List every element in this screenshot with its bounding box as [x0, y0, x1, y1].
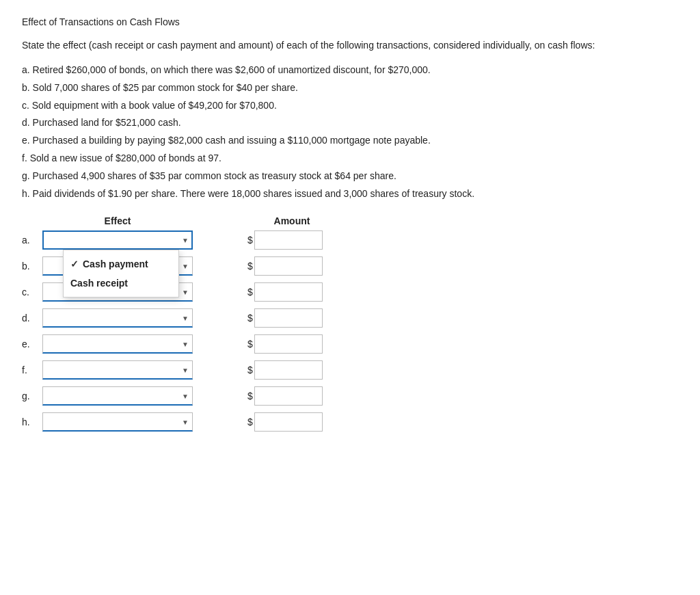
dropdown-option-cash-payment[interactable]: ✓Cash payment — [70, 256, 172, 272]
table-row-a: a. Cash payment Cash receipt ▼ ✓Cash pay… — [22, 230, 678, 250]
amount-wrapper-h: $ — [247, 412, 323, 432]
intro-text: State the effect (cash receipt or cash p… — [22, 38, 678, 53]
effect-select-wrapper-g: Cash payment Cash receipt ▼ — [42, 386, 193, 406]
table-row-e: e. Cash payment Cash receipt ▼ $ — [22, 334, 678, 354]
amount-input-h[interactable] — [254, 412, 323, 432]
effect-select-wrapper-f: Cash payment Cash receipt ▼ — [42, 360, 193, 380]
amount-input-b[interactable] — [254, 256, 323, 276]
amount-input-e[interactable] — [254, 334, 323, 354]
amount-wrapper-e: $ — [247, 334, 323, 354]
amount-wrapper-b: $ — [247, 256, 323, 276]
dollar-sign-b: $ — [247, 261, 253, 272]
effect-select-wrapper-a: Cash payment Cash receipt ▼ ✓Cash paymen… — [42, 230, 193, 250]
page-title: Effect of Transactions on Cash Flows — [22, 16, 678, 27]
dropdown-popup-a: ✓Cash payment Cash receipt — [63, 250, 179, 298]
effect-select-g[interactable]: Cash payment Cash receipt — [42, 386, 193, 406]
transaction-g: g. Purchased 4,900 shares of $35 par com… — [22, 168, 678, 185]
transaction-e: e. Purchased a building by paying $82,00… — [22, 133, 678, 149]
transaction-h: h. Paid dividends of $1.90 per share. Th… — [22, 186, 678, 202]
effect-select-wrapper-d: Cash payment Cash receipt ▼ — [42, 308, 193, 328]
table-row-h: h. Cash payment Cash receipt ▼ $ — [22, 412, 678, 432]
row-label-b: b. — [22, 261, 42, 272]
effect-select-wrapper-e: Cash payment Cash receipt ▼ — [42, 334, 193, 354]
transaction-c: c. Sold equipment with a book value of $… — [22, 98, 678, 114]
row-label-c: c. — [22, 287, 42, 298]
amount-input-f[interactable] — [254, 360, 323, 380]
amount-input-d[interactable] — [254, 308, 323, 328]
effect-select-a[interactable]: Cash payment Cash receipt — [42, 230, 193, 250]
table-row-f: f. Cash payment Cash receipt ▼ $ — [22, 360, 678, 380]
effect-select-d[interactable]: Cash payment Cash receipt — [42, 308, 193, 328]
header-effect: Effect — [42, 215, 193, 226]
row-label-h: h. — [22, 416, 42, 427]
effect-select-e[interactable]: Cash payment Cash receipt — [42, 334, 193, 354]
table-row-g: g. Cash payment Cash receipt ▼ $ — [22, 386, 678, 406]
transactions-list: a. Retired $260,000 of bonds, on which t… — [22, 62, 678, 202]
row-label-a: a. — [22, 235, 42, 246]
transaction-d: d. Purchased land for $521,000 cash. — [22, 115, 678, 131]
effect-select-h[interactable]: Cash payment Cash receipt — [42, 412, 193, 432]
amount-wrapper-a: $ — [247, 230, 323, 250]
effect-select-wrapper-h: Cash payment Cash receipt ▼ — [42, 412, 193, 432]
amount-wrapper-g: $ — [247, 386, 323, 406]
transaction-a: a. Retired $260,000 of bonds, on which t… — [22, 62, 678, 79]
amount-wrapper-c: $ — [247, 282, 323, 302]
dollar-sign-h: $ — [247, 416, 253, 427]
table-headers: Effect Amount — [22, 215, 678, 226]
dropdown-option-cash-receipt[interactable]: Cash receipt — [70, 275, 172, 291]
table-row-d: d. Cash payment Cash receipt ▼ $ — [22, 308, 678, 328]
row-label-e: e. — [22, 339, 42, 349]
amount-input-a[interactable] — [254, 230, 323, 250]
dollar-sign-g: $ — [247, 391, 253, 401]
amount-input-c[interactable] — [254, 282, 323, 302]
dollar-sign-f: $ — [247, 365, 253, 375]
dollar-sign-c: $ — [247, 287, 253, 298]
dollar-sign-a: $ — [247, 235, 253, 246]
row-label-f: f. — [22, 365, 42, 375]
effect-select-f[interactable]: Cash payment Cash receipt — [42, 360, 193, 380]
checkmark-icon: ✓ — [70, 259, 79, 269]
amount-wrapper-f: $ — [247, 360, 323, 380]
transaction-b: b. Sold 7,000 shares of $25 par common s… — [22, 80, 678, 96]
amount-input-g[interactable] — [254, 386, 323, 406]
dollar-sign-d: $ — [247, 313, 253, 323]
header-amount: Amount — [247, 215, 336, 226]
dollar-sign-e: $ — [247, 339, 253, 349]
row-label-d: d. — [22, 313, 42, 323]
table-section: Effect Amount a. Cash payment Cash recei… — [22, 215, 678, 432]
transaction-f: f. Sold a new issue of $280,000 of bonds… — [22, 150, 678, 167]
row-label-g: g. — [22, 391, 42, 401]
amount-wrapper-d: $ — [247, 308, 323, 328]
